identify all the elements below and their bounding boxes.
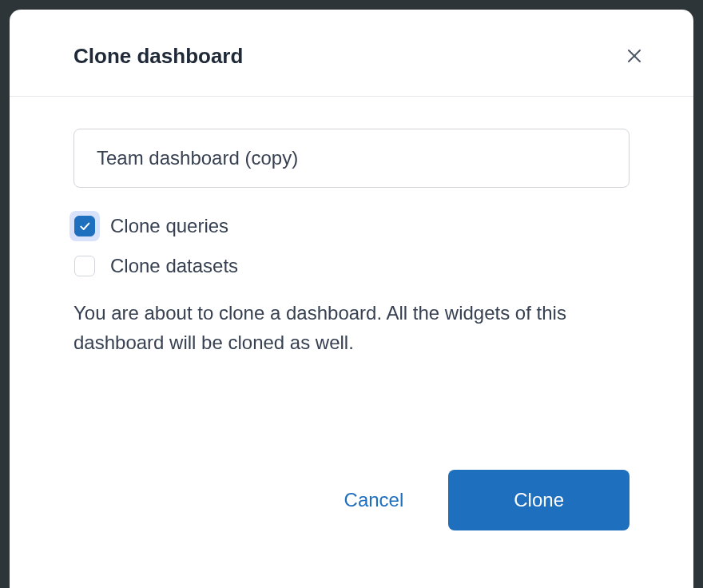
check-icon bbox=[78, 220, 91, 232]
clone-description: You are about to clone a dashboard. All … bbox=[73, 298, 630, 357]
checkbox-wrap bbox=[73, 255, 96, 277]
clone-queries-checkbox[interactable] bbox=[74, 216, 95, 236]
clone-dashboard-modal: Clone dashboard Clone queries bbox=[10, 10, 693, 588]
checkbox-group: Clone queries Clone datasets bbox=[73, 215, 630, 277]
modal-body: Clone queries Clone datasets You are abo… bbox=[10, 97, 693, 470]
clone-datasets-checkbox[interactable] bbox=[74, 256, 95, 276]
modal-footer: Cancel Clone bbox=[10, 470, 693, 588]
clone-queries-row: Clone queries bbox=[73, 215, 630, 237]
dashboard-name-input[interactable] bbox=[73, 129, 630, 188]
clone-queries-label[interactable]: Clone queries bbox=[110, 215, 228, 237]
close-button[interactable] bbox=[620, 42, 649, 70]
close-icon bbox=[625, 46, 644, 66]
clone-datasets-row: Clone datasets bbox=[73, 255, 630, 277]
clone-button[interactable]: Clone bbox=[448, 470, 630, 530]
modal-title: Clone dashboard bbox=[73, 44, 243, 69]
clone-datasets-label[interactable]: Clone datasets bbox=[110, 255, 238, 277]
checkbox-focus-ring bbox=[73, 215, 96, 237]
modal-header: Clone dashboard bbox=[10, 10, 693, 97]
cancel-button[interactable]: Cancel bbox=[335, 483, 414, 518]
